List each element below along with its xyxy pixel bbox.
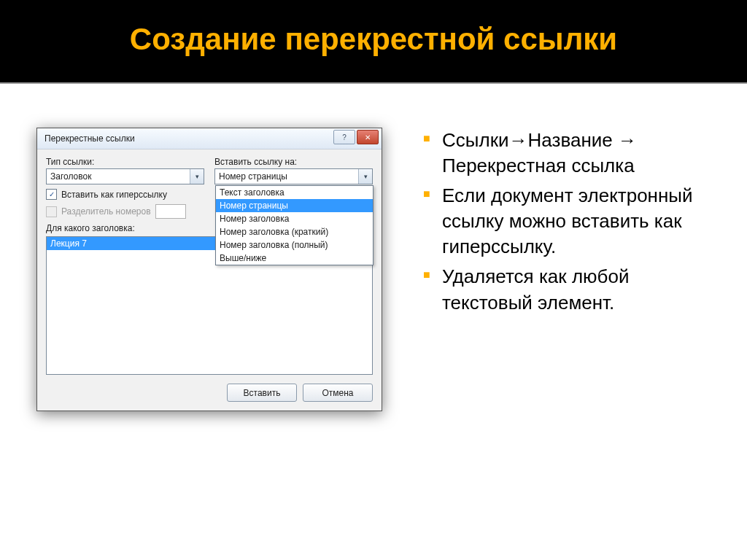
insert-on-dropdown[interactable]: Текст заголовка Номер страницы Номер заг… [215,185,374,265]
type-label: Тип ссылки: [46,157,204,167]
arrow-icon: → [618,129,637,151]
option-heading-number-short[interactable]: Номер заголовка (краткий) [216,225,373,238]
type-combo[interactable]: Заголовок [46,168,204,184]
help-button[interactable]: ? [333,130,355,144]
option-heading-number-full[interactable]: Номер заголовка (полный) [216,238,373,252]
slide-title: Создание перекрестной ссылки [0,0,747,84]
for-heading-label: Для какого заголовка: [46,223,204,233]
option-heading-number[interactable]: Номер заголовка [216,212,373,225]
dialog-title: Перекрестные ссылки [44,133,135,144]
number-sep-field [155,204,186,219]
insert-on-combo-button[interactable] [358,169,372,184]
dialog-screenshot: Перекрестные ссылки ? ✕ Тип ссылки: Заго… [36,128,394,411]
insert-button[interactable]: Вставить [227,384,297,402]
number-sep-checkbox [46,206,57,217]
slide-content: Перекрестные ссылки ? ✕ Тип ссылки: Заго… [0,84,747,440]
hyperlink-checkbox[interactable]: ✓ [46,189,57,200]
hyperlink-label: Вставить как гиперссылку [61,190,167,200]
cancel-button[interactable]: Отмена [303,384,373,402]
arrow-icon: → [509,129,528,151]
dialog-titlebar[interactable]: Перекрестные ссылки ? ✕ [37,128,382,149]
insert-on-label: Вставить ссылку на: [214,157,373,167]
option-page-number[interactable]: Номер страницы [216,199,373,212]
insert-on-combo-value: Номер страницы [219,171,287,182]
option-above-below[interactable]: Выше/ниже [216,252,373,265]
option-text[interactable]: Текст заголовка [216,186,373,199]
number-sep-label: Разделитель номеров [61,206,151,217]
type-combo-value: Заголовок [50,171,91,182]
bullet-item: Удаляется как любой текстовый элемент. [423,264,718,315]
bullet-list: Ссылки→Название → Перекрестная ссылка Ес… [423,128,718,316]
bullet-item: Если документ электронный ссылку можно в… [423,183,718,260]
insert-on-combo[interactable]: Номер страницы Текст заголовка Номер стр… [214,168,373,184]
bullet-item: Ссылки→Название → Перекрестная ссылка [423,128,718,179]
close-button[interactable]: ✕ [357,130,379,144]
cross-reference-dialog: Перекрестные ссылки ? ✕ Тип ссылки: Заго… [36,128,382,411]
type-combo-button[interactable] [190,169,204,184]
